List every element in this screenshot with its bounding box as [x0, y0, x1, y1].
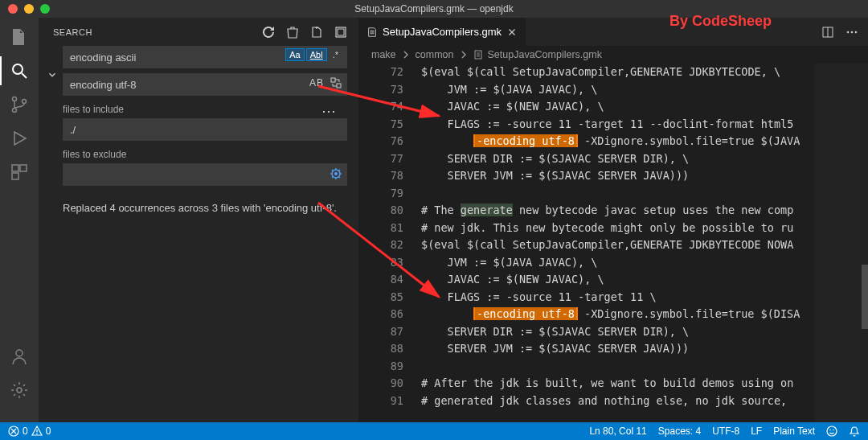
match-word-toggle[interactable]: Abl	[306, 48, 327, 61]
editor: SetupJavaCompilers.gmk make common Setup…	[358, 18, 868, 422]
annotation-arrow	[314, 199, 451, 311]
minimap[interactable]	[815, 64, 868, 422]
code-line[interactable]: $(eval $(call SetupJavaCompiler,GENERATE…	[421, 238, 812, 251]
activity-debug[interactable]	[0, 129, 39, 148]
breadcrumb-segment[interactable]: common	[416, 49, 454, 60]
activity-bar	[0, 18, 39, 422]
code-line[interactable]: JAVAC := $(NEW_JAVAC), \	[421, 100, 812, 113]
code-line[interactable]: $(eval $(call SetupJavaCompiler,GENERATE…	[421, 65, 812, 78]
use-exclude-settings-icon[interactable]	[330, 167, 342, 180]
activity-account[interactable]	[0, 347, 39, 366]
collapse-icon[interactable]	[334, 26, 347, 39]
code-line[interactable]: -encoding utf-8 -XDignore.symbol.file=tr…	[421, 307, 812, 320]
code-line[interactable]: SERVER_JVM := $(SJAVAC_SERVER_JAVA)))	[421, 342, 812, 355]
minimap-viewport[interactable]	[862, 265, 868, 329]
gear-icon	[10, 380, 29, 400]
search-sidebar: SEARCH Aa Abl .*	[39, 18, 358, 422]
code-line[interactable]: JVM := $(JAVA_JAVAC), \	[421, 256, 812, 269]
status-problems[interactable]: 0 0	[8, 426, 51, 437]
sidebar-title: SEARCH	[53, 27, 262, 37]
status-language[interactable]: Plain Text	[773, 426, 815, 437]
svg-point-27	[827, 426, 837, 436]
status-notifications[interactable]	[849, 426, 860, 437]
code-line[interactable]: SERVER_DIR := $(SJAVAC_SERVER_DIR), \	[421, 325, 812, 338]
toggle-replace-button[interactable]	[47, 46, 58, 96]
breadcrumb[interactable]: make common SetupJavaCompilers.gmk	[358, 46, 868, 64]
line-number: 87	[358, 325, 403, 338]
close-window-button[interactable]	[8, 4, 18, 14]
line-number: 91	[358, 394, 403, 407]
regex-toggle[interactable]: .*	[329, 48, 342, 61]
refresh-icon[interactable]	[262, 26, 275, 39]
new-file-icon[interactable]	[310, 26, 323, 39]
activity-extensions[interactable]	[0, 162, 39, 182]
status-bar: 0 0 Ln 80, Col 11 Spaces: 4 UTF-8 LF Pla…	[0, 422, 868, 440]
svg-point-8	[16, 350, 23, 356]
close-icon[interactable]	[506, 27, 518, 38]
svg-point-0	[13, 64, 23, 74]
code-line[interactable]: SERVER_DIR := $(SJAVAC_SERVER_DIR), \	[421, 152, 812, 165]
status-eol[interactable]: LF	[751, 426, 762, 437]
match-case-toggle[interactable]: Aa	[285, 48, 304, 61]
chevron-right-icon	[401, 50, 411, 60]
line-number: 77	[358, 152, 403, 165]
activity-settings[interactable]	[0, 380, 39, 400]
code-line[interactable]: JVM := $(JAVA_JAVAC), \	[421, 83, 812, 96]
line-number: 72	[358, 65, 403, 78]
activity-search[interactable]	[0, 61, 39, 80]
split-editor-icon[interactable]	[821, 26, 834, 39]
line-number: 90	[358, 376, 403, 389]
code-line[interactable]: # After the jdk is built, we want to bui…	[421, 376, 812, 389]
sidebar-header: SEARCH	[39, 18, 358, 46]
code-line[interactable]: JAVAC := $(NEW_JAVAC), \	[421, 273, 812, 286]
activity-source-control[interactable]	[0, 95, 39, 114]
window-title: SetupJavaCompilers.gmk — openjdk	[354, 3, 513, 14]
code-line[interactable]: SERVER_JVM := $(SJAVAC_SERVER_JAVA)))	[421, 169, 812, 182]
line-number: 88	[358, 342, 403, 355]
files-include-input[interactable]	[63, 118, 347, 141]
svg-point-28	[829, 430, 831, 431]
code-line[interactable]: -encoding utf-8 -XDignore.symbol.file=tr…	[421, 134, 812, 147]
code-line[interactable]: # The generate new bytecode javac setup …	[421, 204, 812, 216]
line-number: 79	[358, 187, 403, 199]
exclude-label: files to exclude	[63, 149, 347, 160]
branch-icon	[10, 95, 29, 114]
files-icon	[10, 27, 29, 47]
maximize-window-button[interactable]	[40, 4, 50, 14]
status-encoding[interactable]: UTF-8	[712, 426, 739, 437]
replace-input[interactable]	[63, 73, 347, 96]
code-line[interactable]: FLAGS := -source 11 -target 11 --doclint…	[421, 117, 812, 130]
code-line[interactable]: # new jdk. This new bytecode might only …	[421, 221, 812, 234]
status-ln-col[interactable]: Ln 80, Col 11	[589, 426, 646, 437]
more-icon[interactable]	[845, 26, 858, 39]
minimize-window-button[interactable]	[24, 4, 34, 14]
svg-point-19	[851, 31, 854, 33]
chevron-down-icon	[47, 69, 58, 80]
annotation-arrow	[314, 82, 451, 130]
svg-point-4	[23, 100, 27, 104]
search-icon	[10, 61, 29, 80]
breadcrumb-segment[interactable]: SetupJavaCompilers.gmk	[488, 49, 602, 60]
activity-explorer[interactable]	[0, 27, 39, 47]
bell-icon	[849, 426, 860, 437]
line-number: 89	[358, 360, 403, 372]
svg-point-2	[13, 97, 17, 101]
status-spaces[interactable]: Spaces: 4	[658, 426, 701, 437]
breadcrumb-segment[interactable]: make	[371, 49, 396, 60]
search-match-highlight: -encoding utf-8	[473, 134, 578, 147]
clear-icon[interactable]	[286, 26, 299, 39]
svg-point-18	[847, 31, 850, 33]
main: SEARCH Aa Abl .*	[0, 18, 868, 422]
editor-tabs: SetupJavaCompilers.gmk	[358, 18, 868, 46]
svg-point-20	[855, 31, 858, 33]
tab-active[interactable]: SetupJavaCompilers.gmk	[358, 18, 526, 46]
code-line[interactable]: # generated jdk classes and nothing else…	[421, 394, 812, 407]
svg-line-22	[318, 86, 439, 116]
line-number: 76	[358, 134, 403, 147]
line-number: 78	[358, 169, 403, 182]
svg-line-23	[318, 203, 439, 297]
files-exclude-input[interactable]	[63, 163, 347, 186]
status-feedback[interactable]	[826, 426, 837, 437]
svg-line-1	[22, 73, 27, 78]
code-line[interactable]: FLAGS := -source 11 -target 11 \	[421, 290, 812, 303]
